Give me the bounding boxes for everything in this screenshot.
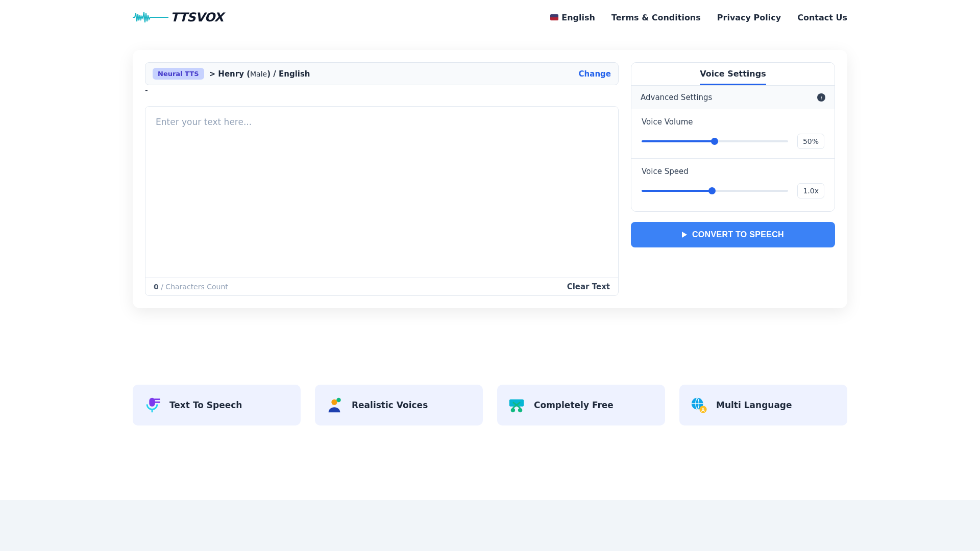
volume-value: 50% xyxy=(797,134,824,149)
speed-value: 1.0x xyxy=(797,183,824,198)
convert-label: CONVERT TO SPEECH xyxy=(692,230,784,239)
volume-slider-fill xyxy=(642,140,715,142)
mic-icon xyxy=(143,396,161,414)
text-area-container: 0 / Characters Count Clear Text xyxy=(145,106,619,296)
svg-point-7 xyxy=(518,408,523,413)
char-count: 0 / Characters Count xyxy=(154,283,228,291)
settings-column: Voice Settings Advanced Settings i Voice… xyxy=(631,62,835,296)
advanced-label: Advanced Settings xyxy=(641,93,712,102)
tab-voice-settings[interactable]: Voice Settings xyxy=(700,69,766,85)
volume-setting: Voice Volume 50% xyxy=(631,109,835,159)
speed-setting: Voice Speed 1.0x xyxy=(631,159,835,211)
tts-card: Neural TTS > Henry (Male) / English Chan… xyxy=(133,50,847,308)
feature-voices: Realistic Voices xyxy=(315,385,483,425)
change-voice-link[interactable]: Change xyxy=(579,69,611,79)
feature-title: Realistic Voices xyxy=(352,400,428,410)
speed-slider[interactable] xyxy=(642,190,788,192)
site-header: TTSVOX English Terms & Conditions Privac… xyxy=(0,0,980,35)
waveform-icon xyxy=(133,10,168,24)
logo-text: TTSVOX xyxy=(170,10,224,24)
text-footer: 0 / Characters Count Clear Text xyxy=(145,278,618,295)
volume-slider-row: 50% xyxy=(642,134,824,149)
svg-rect-2 xyxy=(154,402,160,403)
svg-point-6 xyxy=(511,408,516,413)
features-row: Text To Speech Realistic Voices Complete… xyxy=(0,385,980,425)
svg-point-3 xyxy=(331,399,337,405)
voice-name: Henry xyxy=(218,69,244,79)
site-logo[interactable]: TTSVOX xyxy=(133,10,224,24)
speed-slider-thumb[interactable] xyxy=(708,187,716,194)
volume-slider[interactable] xyxy=(642,140,788,142)
editor-column: Neural TTS > Henry (Male) / English Chan… xyxy=(145,62,619,296)
speed-slider-row: 1.0x xyxy=(642,183,824,198)
advanced-settings-row[interactable]: Advanced Settings i xyxy=(631,86,835,109)
main-content: Neural TTS > Henry (Male) / English Chan… xyxy=(0,35,980,344)
nav-contact[interactable]: Contact Us xyxy=(797,13,847,22)
voice-info-bar: Neural TTS > Henry (Male) / English Chan… xyxy=(145,62,619,85)
feature-tts: Text To Speech xyxy=(133,385,301,425)
voice-sep: > xyxy=(209,69,216,79)
main-nav: English Terms & Conditions Privacy Polic… xyxy=(550,13,847,22)
volume-slider-thumb[interactable] xyxy=(711,138,718,145)
char-count-label: / Characters Count xyxy=(161,283,228,291)
nav-terms[interactable]: Terms & Conditions xyxy=(611,13,701,22)
globe-icon: A xyxy=(690,396,708,414)
footer-bg xyxy=(0,500,980,551)
feature-title: Completely Free xyxy=(534,400,614,410)
scissors-icon xyxy=(507,396,526,414)
volume-label: Voice Volume xyxy=(642,117,824,127)
svg-rect-0 xyxy=(149,398,155,407)
info-icon[interactable]: i xyxy=(817,93,825,102)
feature-title: Multi Language xyxy=(716,400,792,410)
feature-title: Text To Speech xyxy=(169,400,242,410)
char-count-num: 0 xyxy=(154,283,159,291)
nav-privacy[interactable]: Privacy Policy xyxy=(717,13,781,22)
speed-label: Voice Speed xyxy=(642,167,824,176)
voice-selection-text: > Henry (Male) / English xyxy=(209,69,310,79)
feature-multilang: A Multi Language xyxy=(679,385,847,425)
nav-lang-label: English xyxy=(561,13,595,22)
voice-settings-panel: Voice Settings Advanced Settings i Voice… xyxy=(631,62,835,212)
feature-free: Completely Free xyxy=(497,385,665,425)
convert-button[interactable]: CONVERT TO SPEECH xyxy=(631,222,835,247)
person-icon xyxy=(325,396,344,414)
flag-us-icon xyxy=(550,14,558,20)
speed-slider-fill xyxy=(642,190,712,192)
neural-badge: Neural TTS xyxy=(153,68,204,80)
clear-text-button[interactable]: Clear Text xyxy=(567,282,610,291)
svg-text:A: A xyxy=(701,407,705,413)
voice-gender: Male xyxy=(250,70,267,78)
svg-rect-1 xyxy=(154,398,160,400)
tts-text-input[interactable] xyxy=(145,107,618,278)
settings-tab-header: Voice Settings xyxy=(631,63,835,85)
play-icon xyxy=(682,232,687,238)
svg-point-4 xyxy=(336,398,341,403)
voice-lang: English xyxy=(279,69,310,79)
language-selector[interactable]: English xyxy=(550,13,595,22)
